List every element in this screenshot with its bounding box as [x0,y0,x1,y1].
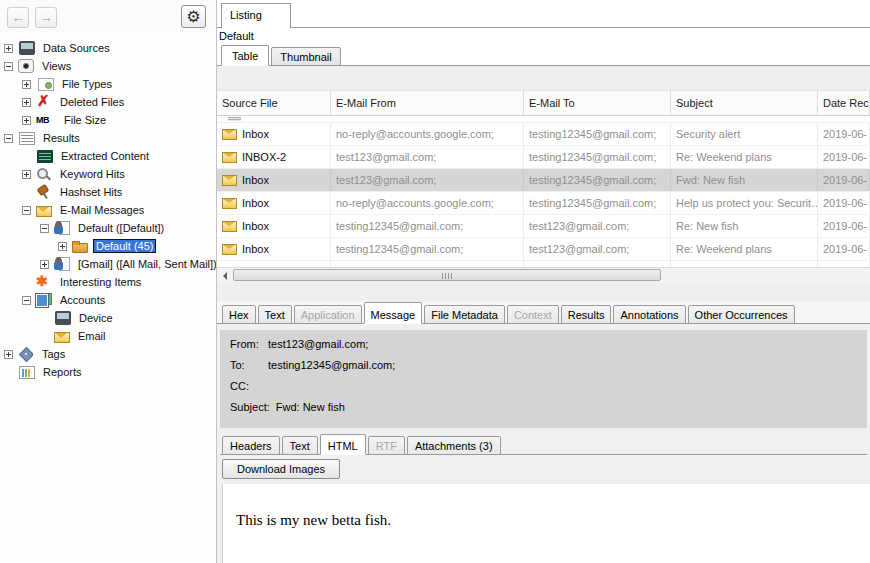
column-header-email-to[interactable]: E-Mail To [524,91,671,115]
table-row[interactable]: Inbox no-reply@accounts.google.com; test… [217,123,870,146]
tab-text[interactable]: Text [258,305,292,324]
tab-context: Context [507,305,559,324]
tree-item-reports[interactable]: Reports [0,363,216,381]
email-to-cell: testing12345@gmail.com; [524,192,671,214]
scrollbar-thumb[interactable] [233,269,661,281]
tab-attachments[interactable]: Attachments (3) [407,436,501,455]
tree-item-gmail-account[interactable]: [Gmail] ([All Mail, Sent Mail]) [0,255,216,273]
expander-plus-icon[interactable] [40,260,49,269]
tab-annotations[interactable]: Annotations [613,305,685,324]
tree-item-label: Reports [40,365,85,379]
scrollbar-left-arrow-icon[interactable] [218,269,232,282]
download-images-button[interactable]: Download Images [222,459,340,479]
date-received-cell: 2019-06- [818,192,870,214]
forward-button[interactable]: → [35,7,57,28]
email-from-cell: test123@gmail.com; [331,146,524,168]
tree-item-label: Tags [39,347,68,361]
expander-plus-icon[interactable] [4,44,13,53]
source-file-cell: Inbox [242,128,269,140]
results-icon [19,132,35,145]
column-header-source-file[interactable]: Source File [217,91,331,115]
deleted-files-icon [36,95,52,109]
tab-other-occurrences[interactable]: Other Occurrences [688,305,795,324]
date-received-cell: 2019-06- [818,123,870,145]
accounts-icon [36,293,52,307]
tree-item-extracted-content[interactable]: Extracted Content [0,147,216,165]
partial-scrolled-row[interactable] [217,116,870,123]
tree-item-file-size[interactable]: MB File Size [0,111,216,129]
tree-item-interesting-items[interactable]: Interesting Items [0,273,216,291]
table-row[interactable]: Inbox no-reply@accounts.google.com; test… [217,192,870,215]
settings-button[interactable]: ⚙ [181,5,206,28]
date-received-cell: 2019-06- [818,215,870,237]
asterisk-icon [36,275,52,289]
tree-item-device[interactable]: Device [0,309,216,327]
table-row[interactable]: INBOX-2 test123@gmail.com; testing12345@… [217,146,870,169]
tree-item-default-folder-selected[interactable]: Default (45) [0,237,216,255]
tab-html[interactable]: HTML [320,434,366,455]
email-to-cell: test123@gmail.com; [524,238,671,260]
tree-item-deleted-files[interactable]: Deleted Files [0,93,216,111]
column-header-subject[interactable]: Subject [671,91,818,115]
expander-minus-icon[interactable] [4,62,13,71]
expander-minus-icon[interactable] [22,206,31,215]
tree-item-label: Data Sources [40,41,113,55]
gear-icon: ⚙ [186,8,200,25]
tree-item-results[interactable]: Results [0,129,216,147]
table-row[interactable]: Inbox testing12345@gmail.com; test123@gm… [217,238,870,261]
html-body-view: This is my new betta fish. [222,484,870,563]
from-value: test123@gmail.com; [268,338,368,350]
date-received-cell: 2019-06- [818,238,870,260]
tree-toolbar: ← → ⚙ [0,0,216,34]
table-row[interactable]: Inbox testing12345@gmail.com; test123@gm… [217,215,870,238]
message-viewer: From: test123@gmail.com; To: testing1234… [217,324,870,563]
tab-listing[interactable]: Listing [221,3,291,28]
tab-file-metadata[interactable]: File Metadata [424,305,505,324]
tag-icon [18,347,34,361]
tab-table[interactable]: Table [221,45,269,66]
tab-results[interactable]: Results [561,305,612,324]
table-row-selected[interactable]: Inbox test123@gmail.com; testing12345@gm… [217,169,870,192]
expander-minus-icon[interactable] [40,224,49,233]
tab-msg-text[interactable]: Text [282,436,318,455]
envelope-icon [222,198,237,209]
tree-item-email[interactable]: Email [0,327,216,345]
expander-plus-icon[interactable] [22,170,31,179]
expander-plus-icon[interactable] [22,116,31,125]
tab-headers[interactable]: Headers [222,436,280,455]
file-types-icon [38,78,54,91]
tree-item-file-types[interactable]: File Types [0,75,216,93]
expander-plus-icon[interactable] [58,242,67,251]
back-button[interactable]: ← [7,7,29,28]
autopsy-window: ← → ⚙ Data Sources Views File Types [0,0,870,563]
source-file-cell: Inbox [242,174,269,186]
subject-label: Subject: [230,401,276,413]
tab-hex[interactable]: Hex [222,305,256,324]
expander-plus-icon[interactable] [22,80,31,89]
listing-group-label: Default [217,28,870,44]
horizontal-scrollbar[interactable] [217,267,870,282]
tree-item-tags[interactable]: Tags [0,345,216,363]
expander-minus-icon[interactable] [22,296,31,305]
tab-thumbnail[interactable]: Thumbnail [271,47,340,66]
tree-item-default-account[interactable]: Default ([Default]) [0,219,216,237]
tree-item-email-messages[interactable]: E-Mail Messages [0,201,216,219]
tree-item-hashset-hits[interactable]: Hashset Hits [0,183,216,201]
email-body-text: This is my new betta fish. [236,512,870,529]
tree-item-label: Default ([Default]) [75,221,167,235]
tree-item-data-sources[interactable]: Data Sources [0,39,216,57]
message-sub-tab-bar: Headers Text HTML RTF Attachments (3) [220,434,867,455]
table-header: Source File E-Mail From E-Mail To Subjec… [217,91,870,116]
expander-plus-icon[interactable] [4,350,13,359]
expander-plus-icon[interactable] [22,98,31,107]
column-header-date-received[interactable]: Date Rec [818,91,870,115]
expander-minus-icon[interactable] [4,134,13,143]
message-to-line: To: testing12345@gmail.com; [230,359,857,380]
tab-application: Application [294,305,362,324]
column-header-email-from[interactable]: E-Mail From [331,91,524,115]
tab-message[interactable]: Message [364,302,423,324]
tree-item-views[interactable]: Views [0,57,216,75]
tree-item-accounts[interactable]: Accounts [0,291,216,309]
source-file-cell: Inbox [242,220,269,232]
tree-item-keyword-hits[interactable]: Keyword Hits [0,165,216,183]
